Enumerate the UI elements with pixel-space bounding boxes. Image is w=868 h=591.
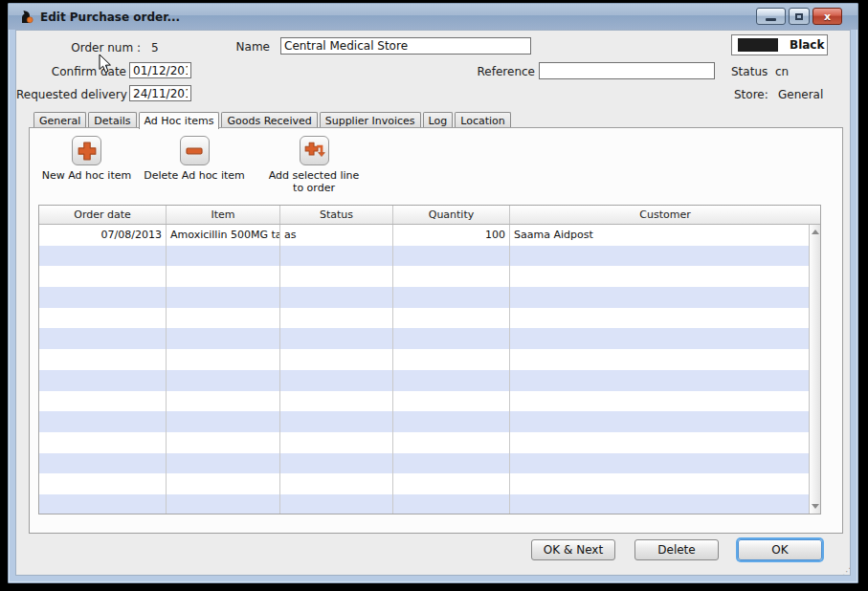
maximize-button[interactable] (789, 8, 810, 25)
table-row-empty[interactable] (39, 391, 809, 412)
title-bar[interactable]: Edit Purchase order... x (9, 4, 857, 30)
tool-button-label: New Ad hoc item (42, 169, 131, 182)
color-picker-button[interactable]: Black (731, 34, 828, 55)
plus-icon (72, 136, 101, 165)
table-scrollbar[interactable] (809, 225, 820, 514)
table-body: 07/08/2013 Amoxicillin 500MG tablet as 1… (39, 225, 809, 514)
add-line-to-order-icon (300, 136, 329, 165)
dialog-body: Order num : 5 Name Black Confirm date Re… (15, 30, 851, 576)
new-ad-hoc-item-button[interactable]: New Ad hoc item (32, 136, 142, 182)
table-row-empty[interactable] (39, 287, 809, 308)
ad-hoc-items-panel: New Ad hoc item Delete Ad hoc item (29, 127, 843, 534)
scroll-up-icon[interactable] (812, 230, 819, 234)
status-value: cn (775, 65, 789, 78)
color-name: Black (790, 38, 824, 52)
cell-item: Amoxicillin 500MG tablet (167, 225, 280, 246)
maximize-icon (795, 13, 803, 20)
column-header-item[interactable]: Item (167, 206, 280, 224)
color-swatch (738, 38, 778, 52)
resize-grip-icon[interactable]: ⋰ (842, 567, 851, 576)
minimize-icon (766, 18, 776, 21)
table-row-empty[interactable] (39, 308, 809, 329)
requested-delivery-input[interactable] (129, 85, 191, 101)
delete-ad-hoc-item-button[interactable]: Delete Ad hoc item (137, 136, 252, 182)
column-header-customer[interactable]: Customer (510, 206, 820, 224)
minimize-button[interactable] (756, 8, 786, 25)
close-icon: x (824, 11, 831, 23)
confirm-date-input[interactable] (129, 62, 191, 78)
tab-supplier-invoices[interactable]: Supplier Invoices (320, 112, 421, 128)
tab-location[interactable]: Location (455, 112, 511, 128)
tab-bar: General Details Ad Hoc items Goods Recei… (33, 111, 513, 128)
add-selected-line-to-order-button[interactable]: Add selected line to order (261, 136, 367, 194)
cell-status: as (280, 225, 393, 246)
store-label: Store: (734, 88, 768, 101)
table-row-empty[interactable] (39, 432, 809, 453)
table-row-empty[interactable] (39, 328, 809, 349)
delete-button[interactable]: Delete (634, 539, 719, 560)
table-row-empty[interactable] (39, 370, 809, 391)
table-header: Order date Item Status Quantity Customer (39, 206, 820, 225)
scroll-down-icon[interactable] (812, 504, 819, 509)
tab-log[interactable]: Log (423, 112, 454, 128)
requested-delivery-label: Requested delivery (16, 88, 126, 101)
cell-quantity: 100 (393, 225, 510, 246)
status-label: Status (731, 65, 768, 78)
ad-hoc-items-table: Order date Item Status Quantity Customer… (38, 205, 821, 514)
app-icon (18, 9, 34, 25)
table-row-empty[interactable] (39, 266, 809, 287)
column-header-order-date[interactable]: Order date (39, 206, 167, 224)
reference-label: Reference (452, 65, 535, 78)
table-row-empty[interactable] (39, 411, 809, 432)
store-value: General (778, 88, 823, 101)
tab-details[interactable]: Details (88, 112, 136, 128)
minus-icon (180, 136, 210, 165)
name-input[interactable] (280, 37, 531, 55)
table-row-empty[interactable] (39, 494, 809, 514)
ok-and-next-button[interactable]: OK & Next (531, 539, 615, 560)
reference-input[interactable] (539, 62, 715, 79)
order-num-label: Order num : (25, 41, 141, 55)
table-row-empty[interactable] (39, 473, 809, 494)
tool-button-label: Delete Ad hoc item (144, 169, 245, 182)
confirm-date-label: Confirm date (25, 65, 126, 78)
tab-ad-hoc-items[interactable]: Ad Hoc items (139, 112, 220, 129)
tab-general[interactable]: General (33, 112, 86, 128)
column-header-quantity[interactable]: Quantity (393, 206, 510, 224)
table-row[interactable]: 07/08/2013 Amoxicillin 500MG tablet as 1… (39, 225, 809, 246)
cell-customer: Saama Aidpost (510, 225, 809, 246)
ok-button[interactable]: OK (738, 539, 822, 560)
close-button[interactable]: x (812, 8, 842, 25)
table-body-empty-rows (39, 246, 809, 514)
table-row-empty[interactable] (39, 453, 809, 474)
window-title: Edit Purchase order... (40, 11, 180, 24)
column-header-status[interactable]: Status (280, 206, 393, 224)
name-label: Name (189, 40, 270, 54)
table-row-empty[interactable] (39, 246, 809, 267)
table-row-empty[interactable] (39, 349, 809, 370)
order-num-value: 5 (151, 41, 159, 55)
cell-order-date: 07/08/2013 (39, 225, 167, 246)
edit-purchase-order-window: Edit Purchase order... x Order num : 5 N… (8, 3, 858, 583)
tool-button-label: Add selected line to order (264, 169, 365, 194)
tab-goods-received[interactable]: Goods Received (221, 112, 317, 128)
